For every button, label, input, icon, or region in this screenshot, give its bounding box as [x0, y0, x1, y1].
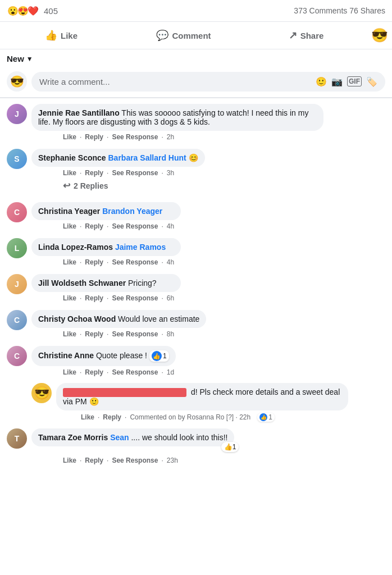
- reaction-bar: 😮 😍 ❤️ 405 373 Comments 76 Shares: [0, 0, 392, 22]
- like-action[interactable]: Like: [63, 222, 76, 230]
- comment-actions: Like · Reply · See Response · 2h: [31, 131, 323, 142]
- comment-avatar: C: [7, 202, 27, 222]
- like-button[interactable]: 👍 Like: [0, 24, 122, 47]
- like-action[interactable]: Like: [63, 457, 76, 464]
- reaction-emojis: 😮 😍 ❤️: [7, 4, 37, 17]
- replies-icon: ↩: [63, 180, 70, 191]
- comment-text: 😊: [189, 153, 198, 162]
- share-button[interactable]: ↗ Share: [245, 24, 367, 47]
- see-response-action[interactable]: See Response: [112, 222, 158, 230]
- comment-attributed: Commented on by Rosanna Ro [?] · 22h: [130, 413, 250, 421]
- comment-time: 2h: [167, 133, 174, 141]
- action-bar: 👍 Like 💬 Comment ↗ Share 😎: [0, 22, 392, 49]
- reaction-left: 😮 😍 ❤️ 405: [7, 4, 58, 17]
- reaction-count: 405: [44, 6, 58, 16]
- comment-item: C Christy Ochoa Wood Would love an estim…: [0, 307, 392, 343]
- comment-author: Jennie Rae Santillano: [38, 108, 120, 117]
- like-icon: 👍: [224, 443, 233, 451]
- comment-item: L Linda Lopez-Ramos Jaime Ramos Like · R…: [0, 235, 392, 271]
- comment-author: Tamara Zoe Morris: [38, 433, 108, 442]
- like-action[interactable]: Like: [63, 258, 76, 266]
- comment-text: Would love an estimate: [118, 314, 199, 323]
- reaction-count: 1: [268, 413, 272, 421]
- see-response-action[interactable]: See Response: [112, 294, 158, 302]
- camera-icon[interactable]: 📷: [331, 76, 343, 87]
- replies-toggle[interactable]: ↩ 2 Replies: [31, 178, 205, 195]
- see-response-action[interactable]: See Response: [112, 133, 158, 141]
- sort-row[interactable]: New ▼: [0, 49, 392, 68]
- reply-action[interactable]: Reply: [85, 133, 103, 141]
- comment-time: 4h: [167, 258, 174, 266]
- like-action[interactable]: Like: [63, 133, 76, 141]
- comment-actions: Like · Reply · See Response · 23h: [31, 454, 234, 466]
- comment-author: Christy Ochoa Wood: [38, 314, 116, 323]
- comment-time: 23h: [167, 457, 178, 464]
- reply-action[interactable]: Reply: [85, 330, 103, 338]
- comment-avatar: J: [7, 274, 27, 294]
- comment-bubble: Jill Woldseth Schwaner Pricing?: [31, 274, 181, 292]
- like-action[interactable]: Like: [63, 294, 76, 302]
- see-response-action[interactable]: See Response: [112, 457, 158, 464]
- like-action[interactable]: Like: [81, 413, 94, 421]
- comment-text: Quote please !: [96, 351, 149, 360]
- comment-text: Pricing?: [128, 279, 157, 288]
- see-response-action[interactable]: See Response: [112, 330, 158, 338]
- comment-author: Jill Woldseth Schwaner: [38, 279, 126, 288]
- comment-actions: Like · Reply · See Response · 4h: [31, 220, 181, 231]
- comment-avatar: T: [7, 428, 27, 449]
- comment-actions: Like · Reply · See Response · 6h: [31, 292, 181, 303]
- reply-action[interactable]: Reply: [85, 294, 103, 302]
- reaction-badge: 👍 1: [257, 413, 275, 422]
- comment-actions: Like · Reply · Commented on by Rosanna R…: [56, 410, 348, 423]
- comment-item: J Jill Woldseth Schwaner Pricing? Like ·…: [0, 271, 392, 307]
- like-action[interactable]: Like: [63, 330, 76, 338]
- reply-action[interactable]: Reply: [85, 457, 103, 464]
- comment-mention: Sean: [110, 433, 129, 442]
- reply-action[interactable]: Reply: [85, 258, 103, 266]
- comment-actions: Like · Reply · See Response · 3h: [31, 167, 205, 178]
- comment-avatar: L: [7, 238, 27, 258]
- comment-author: Stephanie Sconce: [38, 153, 106, 162]
- comment-item: C Christina Yeager Brandon Yeager Like ·…: [0, 199, 392, 235]
- comment-button[interactable]: 💬 Comment: [122, 24, 245, 47]
- like-action[interactable]: Like: [63, 368, 76, 376]
- reply-action[interactable]: Reply: [85, 222, 103, 230]
- sticker-icon[interactable]: 🏷️: [366, 76, 377, 87]
- comments-list: J Jennie Rae Santillano This was sooooo …: [0, 98, 392, 471]
- like-action[interactable]: Like: [63, 169, 76, 177]
- current-user-avatar: 😎: [7, 71, 27, 92]
- comment-actions: Like · Reply · See Response · 8h: [31, 328, 206, 339]
- share-label: Share: [300, 31, 324, 40]
- comment-avatar: C: [7, 346, 27, 366]
- comment-bubble: Stephanie Sconce Barbara Sallard Hunt 😊: [31, 149, 205, 167]
- comment-avatar-cool: 😎: [31, 383, 52, 403]
- gif-icon[interactable]: GIF: [347, 76, 362, 86]
- comment-bubble: Christine Anne Quote please ! 👍 1: [31, 346, 176, 366]
- comment-input-box[interactable]: Write a comment... 🙂 📷 GIF 🏷️: [31, 72, 385, 92]
- comment-bubble: d! Pls check more details and a sweet de…: [56, 383, 348, 410]
- comment-avatar: C: [7, 310, 27, 330]
- see-response-action[interactable]: See Response: [112, 258, 158, 266]
- reply-action[interactable]: Reply: [103, 413, 121, 421]
- comment-input-icons: 🙂 📷 GIF 🏷️: [316, 76, 377, 87]
- comment-bubble: Linda Lopez-Ramos Jaime Ramos: [31, 238, 181, 256]
- reply-action[interactable]: Reply: [85, 368, 103, 376]
- comment-bubble: Christy Ochoa Wood Would love an estimat…: [31, 310, 206, 328]
- emoji-icon[interactable]: 🙂: [316, 76, 327, 87]
- comment-input-row: 😎 Write a comment... 🙂 📷 GIF 🏷️: [0, 68, 392, 98]
- comment-item: 😎 d! Pls check more details and a sweet …: [31, 381, 392, 425]
- like-reaction-badge: 👍 1: [149, 350, 169, 362]
- see-response-action[interactable]: See Response: [112, 368, 158, 376]
- comment-author: Christine Anne: [38, 351, 94, 360]
- comment-time: 4h: [167, 222, 174, 230]
- share-icon: ↗: [289, 29, 297, 42]
- redacted-name: [63, 388, 186, 397]
- comment-actions: Like · Reply · See Response · 4h: [31, 256, 181, 267]
- comment-item: J Jennie Rae Santillano This was sooooo …: [0, 101, 392, 145]
- sort-label: New: [7, 54, 24, 63]
- reaction-count: 1: [163, 352, 167, 360]
- reply-action[interactable]: Reply: [85, 169, 103, 177]
- see-response-action[interactable]: See Response: [112, 169, 158, 177]
- cool-emoji-button[interactable]: 😎: [367, 23, 392, 48]
- like-icon: 👍: [259, 413, 267, 421]
